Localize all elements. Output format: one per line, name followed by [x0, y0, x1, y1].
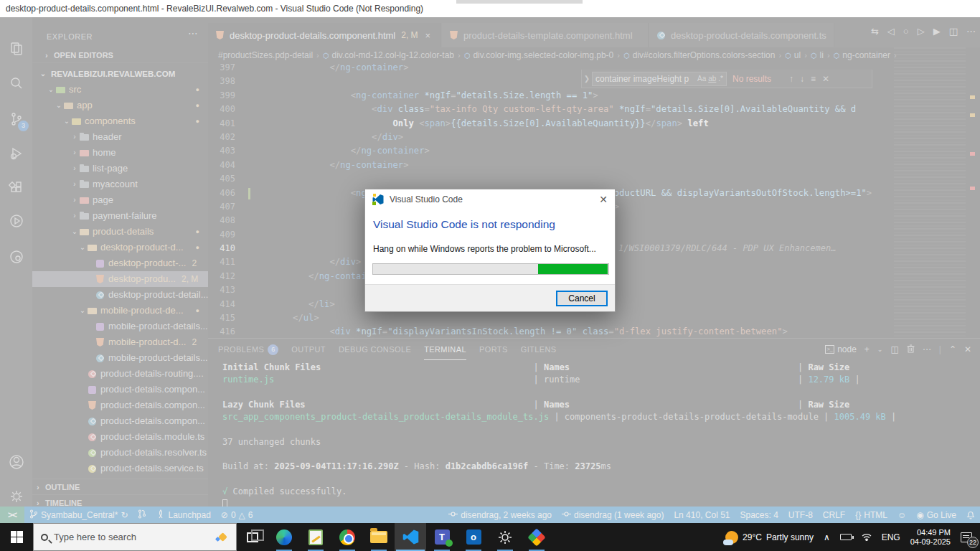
tree-item[interactable]: product-details.service.ts	[32, 461, 208, 476]
code-line[interactable]: 404 </ng-container>	[208, 159, 966, 172]
go-live-item[interactable]: ◉ Go Live	[911, 507, 961, 523]
regex-icon[interactable]: .*	[718, 75, 723, 83]
editor-tab[interactable]: desktop-product-details.component.ts	[649, 23, 834, 47]
weather-widget[interactable]: 29°C Partly sunny	[720, 523, 819, 551]
tree-item[interactable]: mobile-product-details....	[32, 319, 208, 334]
tree-item[interactable]: mobile-product-d...2	[32, 334, 208, 350]
code-line[interactable]: 399 <ng-container *ngIf="details.Size.le…	[208, 89, 966, 103]
panel-tab-ports[interactable]: PORTS	[479, 339, 508, 360]
clock[interactable]: 04:49 PM 04-09-2025	[905, 523, 956, 551]
taskbar-app-notepad[interactable]	[300, 523, 331, 551]
encoding[interactable]: UTF-8	[783, 507, 818, 523]
close-panel-icon[interactable]: ✕	[964, 344, 971, 354]
panel-tab-gitlens[interactable]: GITLENS	[521, 339, 557, 360]
code-line[interactable]: 403 </ng-container>	[208, 144, 966, 158]
tree-item[interactable]: product-details.compon...	[32, 413, 208, 429]
minimap[interactable]	[894, 47, 966, 338]
nav-back-icon[interactable]: ◁	[887, 26, 895, 37]
panel-tab-terminal[interactable]: TERMINAL	[424, 339, 466, 360]
breadcrumb-item[interactable]: ⬡div#colors.filterOptions.colors-section	[623, 50, 775, 60]
dialog-titlebar[interactable]: Visual Studio Code ✕	[365, 189, 615, 209]
editor-tab[interactable]: product-details-template.component.html	[442, 23, 649, 47]
nav-circle-icon[interactable]: ○	[903, 26, 909, 37]
sidebar-more-actions-icon[interactable]: ⋯	[188, 27, 198, 39]
prev-match-icon[interactable]: ↑	[789, 74, 793, 84]
tree-item[interactable]: ⌄desktop-product-d...●	[32, 240, 208, 255]
cancel-button[interactable]: Cancel	[556, 291, 608, 306]
split-terminal-icon[interactable]: ◫	[890, 344, 898, 354]
git-branches-item[interactable]	[133, 507, 151, 523]
close-icon[interactable]: ✕	[822, 74, 829, 84]
run-debug-icon[interactable]	[0, 139, 32, 168]
tree-item[interactable]: ›page	[32, 192, 208, 208]
taskbar-app-diamond[interactable]	[521, 523, 552, 551]
find-input[interactable]: container imageHeight p Aa ab .*	[592, 72, 727, 86]
start-button[interactable]	[0, 523, 33, 551]
breadcrumb-item[interactable]: ⬡div.color-img.selected-color-img.pb-0	[464, 50, 614, 60]
taskbar-app-settings[interactable]	[489, 523, 521, 551]
taskbar-app-outlook[interactable]: o	[458, 523, 489, 551]
source-control-icon[interactable]: 3	[0, 105, 32, 133]
git-branch-item[interactable]: Syambabu_Central* ↻	[24, 507, 133, 523]
tree-item[interactable]: ⌄src●	[32, 82, 208, 98]
panel-tab-output[interactable]: OUTPUT	[291, 339, 326, 360]
open-editors-section[interactable]: ›OPEN EDITORS	[32, 47, 208, 63]
tree-item[interactable]: ⌄REVALEBIZUI.REVALWEB.COM	[32, 66, 208, 82]
tree-item[interactable]: desktop-product-detail...	[32, 287, 208, 303]
tree-item[interactable]: ⌄components●	[32, 113, 208, 129]
blame-item-2[interactable]: disendrag (1 week ago)	[557, 507, 669, 523]
taskbar-app-teams[interactable]: T	[426, 523, 458, 551]
live-server-icon[interactable]	[0, 207, 32, 235]
extensions-icon[interactable]	[0, 174, 32, 202]
breadcrumb-item[interactable]: #productSizes.pdp-detail	[218, 50, 313, 60]
tree-item[interactable]: product-details.module.ts	[32, 429, 208, 445]
shell-selector[interactable]: >_node	[825, 344, 857, 354]
tree-item[interactable]: product-details-routing....	[32, 366, 208, 382]
code-inspect-icon[interactable]	[0, 242, 32, 271]
language-mode[interactable]: {} HTML	[850, 507, 892, 523]
nav-forward-icon[interactable]: ▷	[918, 26, 925, 37]
taskbar-app-chrome[interactable]	[331, 523, 363, 551]
code-line[interactable]: 416 <div *ngIf="displayVariantsInStock.l…	[208, 325, 966, 338]
code-line[interactable]: 400 <div class="tax-info Qty custom-left…	[208, 103, 966, 116]
tree-item[interactable]: ⌄product-details●	[32, 224, 208, 240]
editor-tab[interactable]: desktop-product-details.component.html2,…	[208, 23, 441, 47]
whole-word-icon[interactable]: ab	[708, 75, 716, 83]
explorer-icon[interactable]	[0, 34, 32, 63]
tree-item[interactable]: product-details.compon...	[32, 382, 208, 397]
tree-item[interactable]: ⌄app●	[32, 98, 208, 113]
action-center-button[interactable]: 22	[956, 523, 980, 551]
eol-sequence[interactable]: CRLF	[818, 507, 850, 523]
blame-item-1[interactable]: disendrag, 2 weeks ago	[443, 507, 557, 523]
tree-item[interactable]: desktop-produ...2, M	[32, 271, 208, 287]
open-changes-icon[interactable]: ⇆	[871, 26, 879, 37]
wifi-icon[interactable]	[857, 523, 877, 551]
tree-item[interactable]: ›home	[32, 145, 208, 161]
taskbar-app-file-explorer[interactable]	[363, 523, 395, 551]
breadcrumb-item[interactable]: ⬡li	[811, 50, 824, 60]
notifications-bell-icon[interactable]	[961, 507, 980, 523]
cursor-position[interactable]: Ln 410, Col 51	[669, 507, 735, 523]
tree-item[interactable]: product-details.resolver.ts	[32, 445, 208, 461]
code-line[interactable]: 402 </div>	[208, 131, 966, 144]
more-actions-icon[interactable]: ⋯	[923, 344, 931, 354]
split-editor-icon[interactable]: ◫	[949, 26, 958, 37]
tree-item[interactable]: product-details.compon...	[32, 397, 208, 413]
tree-item[interactable]: desktop-product-...2	[32, 255, 208, 271]
taskbar-search[interactable]: Type here to search	[33, 523, 237, 551]
tree-item[interactable]: ›myaccount	[32, 176, 208, 192]
battery-icon[interactable]	[835, 523, 857, 551]
task-view-button[interactable]	[237, 523, 268, 551]
close-icon[interactable]: ✕	[599, 194, 608, 205]
breadcrumb-item[interactable]: ⬡ng-container	[834, 50, 890, 60]
search-icon[interactable]	[0, 69, 32, 98]
breadcrumb-item[interactable]: ⬡ul	[785, 50, 801, 60]
maximize-panel-icon[interactable]: ⌃	[949, 344, 956, 354]
tree-item[interactable]: ›payment-failure	[32, 208, 208, 224]
find-expand-icon[interactable]: ❯	[582, 75, 592, 83]
taskbar-app-edge[interactable]	[268, 523, 300, 551]
remote-indicator[interactable]: ><	[0, 507, 24, 523]
code-line[interactable]: 415 </ul>	[208, 311, 966, 325]
more-actions-icon[interactable]: ⋯	[966, 26, 976, 37]
code-line[interactable]: 405	[208, 172, 966, 186]
